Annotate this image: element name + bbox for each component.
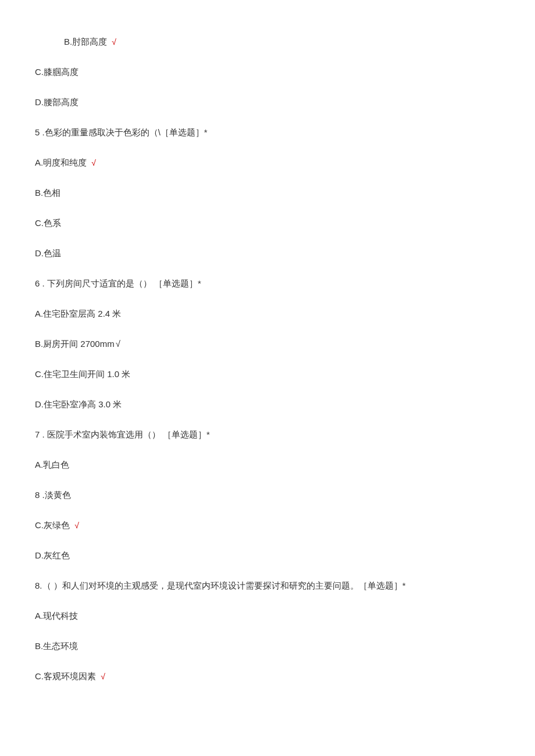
option-line: B.厨房开间 2700mm√ xyxy=(35,337,500,351)
question-line: 5 .色彩的重量感取决于色彩的（\［单选题］* xyxy=(35,126,500,139)
option-line: A.住宅卧室层高 2.4 米 xyxy=(35,307,500,321)
option-line: D.色温 xyxy=(35,246,500,260)
option-line: A.乳白色 xyxy=(35,458,500,472)
check-icon: √ xyxy=(112,37,116,46)
option-line: 8 .淡黄色 xyxy=(35,488,500,502)
option-line: D.住宅卧室净高 3.0 米 xyxy=(35,397,500,411)
option-text: C.住宅卫生间开间 1.0 米 xyxy=(35,369,130,379)
check-icon: √ xyxy=(91,158,96,167)
option-text: B.色相 xyxy=(35,188,60,198)
option-text: A.现代科技 xyxy=(35,611,78,621)
option-text: D.住宅卧室净高 3.0 米 xyxy=(35,399,122,409)
option-line: C.客观环境因素 √ xyxy=(35,669,500,683)
question-line: 8.（ ）和人们对环境的主观感受，是现代室内环境设计需要探讨和研究的主要问题。［… xyxy=(35,579,500,593)
option-text: B.厨房开间 2700mm xyxy=(35,339,115,349)
option-text: D.色温 xyxy=(35,248,61,258)
option-line: D.腰部高度 xyxy=(35,95,500,109)
option-line: B.色相 xyxy=(35,186,500,200)
question-line: 6 . 下列房间尺寸适宜的是（） ［单选题］* xyxy=(35,277,500,291)
question-text: 6 . 下列房间尺寸适宜的是（） ［单选题］* xyxy=(35,278,201,288)
option-text: A.乳白色 xyxy=(35,460,69,470)
option-text: B.生态环境 xyxy=(35,641,78,651)
option-text: A.住宅卧室层高 2.4 米 xyxy=(35,309,121,318)
question-text: 7 . 医院手术室内装饰宜选用（） ［单选题］* xyxy=(35,429,210,439)
option-text: C.客观环境因素 xyxy=(35,671,96,681)
question-text: 5 .色彩的重量感取决于色彩的（\［单选题］* xyxy=(35,127,208,137)
option-text: D.腰部高度 xyxy=(35,97,79,107)
option-text: C.色系 xyxy=(35,218,61,228)
option-text: D.灰红色 xyxy=(35,550,70,560)
check-icon: √ xyxy=(74,521,79,530)
option-text: 8 .淡黄色 xyxy=(35,490,71,500)
option-line: C.色系 xyxy=(35,216,500,230)
option-line: C.住宅卫生间开间 1.0 米 xyxy=(35,367,500,381)
option-line: A.现代科技 xyxy=(35,609,500,623)
option-text: A.明度和纯度 xyxy=(35,157,87,167)
option-line: B.生态环境 xyxy=(35,639,500,653)
option-text: B.肘部高度 xyxy=(64,37,107,46)
option-text: C.膝腘高度 xyxy=(35,67,79,77)
question-line: 7 . 医院手术室内装饰宜选用（） ［单选题］* xyxy=(35,428,500,442)
option-line: B.肘部高度 √ xyxy=(35,35,500,49)
check-icon: √ xyxy=(116,339,120,349)
option-line: A.明度和纯度 √ xyxy=(35,156,500,170)
option-line: C.膝腘高度 xyxy=(35,65,500,79)
option-text: C.灰绿色 xyxy=(35,520,70,530)
question-text: 8.（ ）和人们对环境的主观感受，是现代室内环境设计需要探讨和研究的主要问题。［… xyxy=(35,581,406,590)
option-line: D.灰红色 xyxy=(35,549,500,562)
check-icon: √ xyxy=(101,672,105,681)
option-line: C.灰绿色 √ xyxy=(35,518,500,532)
